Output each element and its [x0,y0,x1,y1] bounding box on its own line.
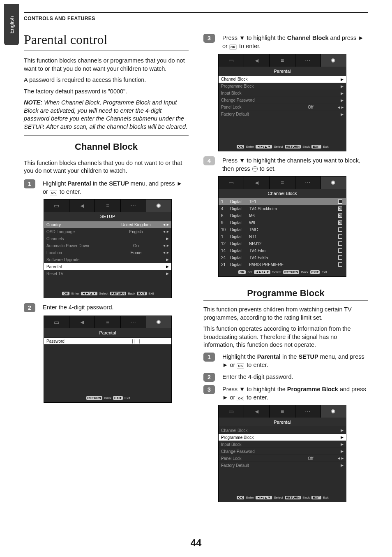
subhead2-rule-bot [203,300,368,301]
osd-parental-channel-block: ▭ ◄ ≡ ⋯ ✺ ParentalChannel Block▶Programm… [218,54,346,151]
programme-block-p1: This function prevents children from wat… [203,306,368,322]
channel-block-desc: This function blocks channels that you d… [24,159,189,175]
subhead-rule-top [24,135,189,136]
step-4: 4 Press ▼ to highlight the channels you … [203,156,368,173]
page-number: 44 [0,537,392,549]
note-paragraph: NOTE: NOTE: When Channel Block, Programm… [24,99,189,131]
programme-block-p2: This function operates according to info… [203,325,368,349]
ok-icon: OK [237,363,244,369]
subhead-rule-bot [24,154,189,154]
osd-password: ▭ ◄ ≡ ⋯ ✺ ParentalPassword| | | |RETURN … [44,316,172,403]
pb-step-2: 2 Enter the 4-digit password. [203,373,368,382]
subhead-programme-block: Programme Block [203,288,368,299]
ok-icon: OK [237,396,244,401]
language-tab-label: English [9,16,15,34]
left-column: Parental control This function blocks ch… [24,25,189,507]
pb-step-1: 1 Highlight the Parental in the SETUP me… [203,353,368,369]
step-3-badge: 3 [203,34,215,43]
ok-icon: OK [229,44,237,50]
title-underline [24,51,189,51]
step-4-text: Press ▼ to highlight the channels you wa… [222,156,368,173]
step-3: 3 Press ▼ to highlight the Channel Block… [203,34,368,51]
language-tab: English [4,4,19,45]
ok-icon: OK [50,190,57,195]
step-4-badge: 4 [203,156,215,165]
pb-step-2-text: Enter the 4-digit password. [222,373,368,381]
pb-step-3: 3 Press ▼ to highlight the Programme Blo… [203,385,368,402]
pb-step-3-text: Press ▼ to highlight the Programme Block… [222,385,368,402]
top-rule [24,12,368,13]
section-title: Parental control [24,32,189,47]
header-section-label: CONTROLS AND FEATURES [24,16,368,25]
subhead-channel-block: Channel Block [24,142,189,152]
step-2-text: Enter the 4-digit password. [43,303,189,311]
pb-step-1-text: Highlight the Parental in the SETUP menu… [222,353,368,369]
pb-step-3-badge: 3 [203,385,215,394]
intro-paragraph-2: A password is required to access this fu… [24,76,189,84]
intro-paragraph-1: This function blocks channels or program… [24,57,189,73]
intro-paragraph-3: The factory default password is "0000". [24,88,189,96]
step-1-text: Highlight Parental in the SETUP menu, an… [43,179,189,196]
step-1: 1 Highlight Parental in the SETUP menu, … [24,179,189,196]
right-column: 3 Press ▼ to highlight the Channel Block… [203,25,368,507]
step-1-badge: 1 [24,179,35,188]
osd-setup-menu: ▭ ◄ ≡ ⋯ ✺ SETUPCountryUnited Kingdom◄►OS… [44,199,172,298]
pb-step-2-badge: 2 [203,373,215,382]
osd-channel-list: ▭ ◄ ≡ ⋯ ✺ Channel Block1DigitalTF14Digit… [218,176,346,277]
pb-step-1-badge: 1 [203,353,215,362]
subhead2-rule-top [203,282,368,282]
step-3-text: Press ▼ to highlight the Channel Block a… [222,34,368,51]
osd-parental-programme-block: ▭ ◄ ≡ ⋯ ✺ ParentalChannel Block▶Programm… [218,405,346,502]
step-2-badge: 2 [24,303,35,312]
step-2: 2 Enter the 4-digit password. [24,303,189,312]
